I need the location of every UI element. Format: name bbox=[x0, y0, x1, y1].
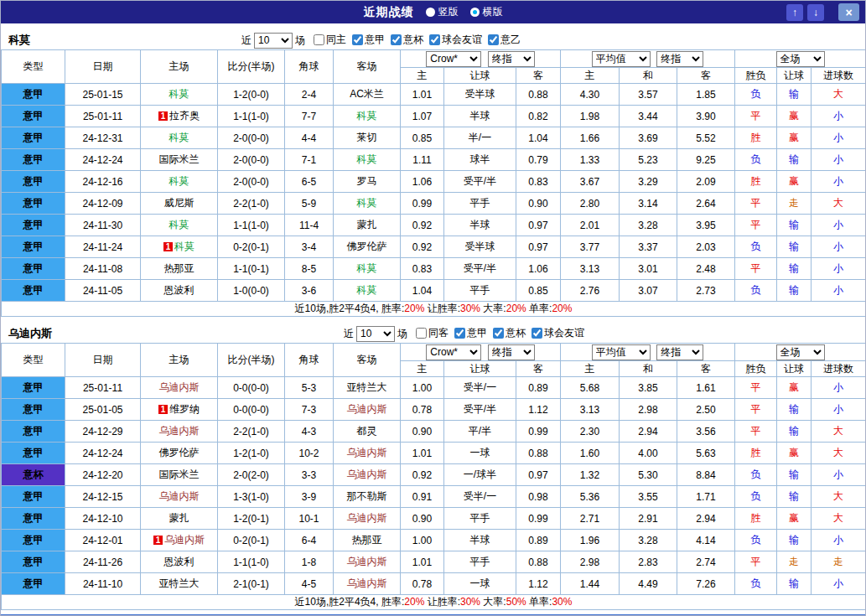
filter-checkbox[interactable] bbox=[454, 328, 465, 339]
col-score-header: 比分(半场) bbox=[218, 50, 285, 84]
filter-checkbox[interactable] bbox=[314, 34, 324, 45]
avg-select[interactable]: 平均值 bbox=[592, 344, 651, 360]
summary-segment: 大率: bbox=[480, 596, 506, 608]
up-arrow-icon: ↑ bbox=[792, 7, 797, 18]
date-cell: 24-12-15 bbox=[65, 486, 141, 508]
radio-horizontal-layout[interactable]: 横版 bbox=[470, 5, 503, 19]
filter-意杯[interactable]: 意杯 bbox=[391, 33, 423, 47]
avg-draw-cell: 5.30 bbox=[620, 464, 677, 486]
result-group-header: 全场 bbox=[735, 344, 866, 361]
filter-同客[interactable]: 同客 bbox=[416, 326, 449, 340]
scope-select[interactable]: 全场 bbox=[776, 344, 825, 360]
radio-vertical-layout[interactable]: 竖版 bbox=[426, 5, 459, 19]
odds-company-select[interactable]: Crow* bbox=[426, 344, 481, 360]
filter-同主[interactable]: 同主 bbox=[314, 33, 346, 47]
avg-draw-cell: 4.00 bbox=[620, 443, 677, 464]
result-handicap-cell: 输 bbox=[777, 573, 812, 595]
odds-away-header: 客 bbox=[516, 68, 561, 84]
odds-home-cell: 0.78 bbox=[401, 573, 444, 595]
summary-segment: 大率: bbox=[480, 303, 506, 314]
league-cell: 意甲 bbox=[2, 171, 65, 193]
result-goals-cell: 大 bbox=[812, 508, 866, 530]
odds-type-select[interactable]: 终指 bbox=[488, 51, 535, 67]
score-cell: 1-1(1-0) bbox=[218, 106, 285, 127]
close-button[interactable]: × bbox=[838, 3, 859, 21]
avg-type-select[interactable]: 终指 bbox=[656, 51, 703, 67]
result-wdl-cell: 平 bbox=[735, 258, 777, 280]
match-row: 意甲 24-12-31 1科莫 2-0(0-0) 4-4 1莱切 0.85 半/… bbox=[2, 127, 866, 149]
filter-意乙[interactable]: 意乙 bbox=[488, 33, 521, 47]
result-handicap-header: 让球 bbox=[777, 361, 812, 377]
col-score-header: 比分(半场) bbox=[218, 344, 285, 377]
avg-type-select[interactable]: 终指 bbox=[656, 344, 703, 360]
match-row: 意甲 25-01-05 1维罗纳 0-0(0-0) 7-3 1乌迪内斯 0.78… bbox=[2, 399, 866, 421]
avg-select[interactable]: 平均值 bbox=[592, 51, 651, 67]
date-cell: 25-01-11 bbox=[65, 106, 141, 127]
filter-意甲[interactable]: 意甲 bbox=[352, 33, 385, 47]
score-cell: 0-0(0-0) bbox=[218, 377, 285, 399]
away-team: 科莫 bbox=[357, 284, 377, 296]
scope-select[interactable]: 全场 bbox=[776, 51, 825, 67]
home-cell: 1科莫 bbox=[141, 236, 218, 258]
league-cell: 意甲 bbox=[2, 215, 65, 236]
radio-circle-selected-icon bbox=[470, 8, 480, 17]
avg-away-cell: 2.48 bbox=[677, 258, 735, 280]
filter-checkbox[interactable] bbox=[416, 328, 427, 339]
filter-checkbox[interactable] bbox=[429, 34, 440, 45]
odds-company-select[interactable]: Crow* bbox=[426, 51, 481, 67]
result-goals-cell: 小 bbox=[812, 215, 866, 236]
filter-checkbox[interactable] bbox=[352, 34, 363, 45]
avg-away-cell: 2.74 bbox=[677, 551, 735, 573]
avg-draw-cell: 3.44 bbox=[620, 106, 677, 127]
filter-checkbox[interactable] bbox=[493, 328, 504, 339]
avg-home-cell: 1.66 bbox=[561, 127, 620, 149]
odds-away-cell: 0.97 bbox=[516, 236, 561, 258]
match-count-select[interactable]: 10 bbox=[254, 33, 293, 49]
odds-home-cell: 0.92 bbox=[401, 215, 444, 236]
filter-label: 意甲 bbox=[467, 326, 487, 340]
odds-group-header: Crow* 终指 bbox=[401, 344, 561, 361]
filter-controls: 近 10 场 同主意甲意杯球会友谊意乙 bbox=[241, 33, 521, 49]
match-count-select[interactable]: 10 bbox=[356, 326, 395, 342]
col-away-header: 客场 bbox=[334, 344, 401, 377]
result-wdl-cell: 平 bbox=[735, 215, 777, 236]
result-wdl-cell: 胜 bbox=[735, 171, 777, 193]
away-cell: 1科莫 bbox=[334, 106, 401, 127]
sections-host: 科莫 近 10 场 同主意甲意杯球会友谊意乙 类型 日期 主场 比分(半场) bbox=[1, 31, 865, 610]
summary-segment: 单率: bbox=[526, 303, 552, 314]
scroll-down-button[interactable]: ↓ bbox=[807, 4, 824, 21]
filter-list: 同主意甲意杯球会友谊意乙 bbox=[308, 33, 521, 48]
result-handicap-cell: 输 bbox=[777, 280, 812, 302]
result-handicap-cell: 赢 bbox=[777, 443, 812, 464]
away-team: 蒙扎 bbox=[357, 219, 377, 230]
team-name: 科莫 bbox=[8, 33, 30, 48]
odds-home-cell: 1.00 bbox=[401, 530, 444, 551]
avg-draw-cell: 3.57 bbox=[620, 84, 677, 106]
away-cell: 1乌迪内斯 bbox=[334, 573, 401, 595]
date-cell: 24-12-29 bbox=[65, 421, 141, 443]
filter-意杯[interactable]: 意杯 bbox=[493, 326, 526, 340]
result-goals-cell: 小 bbox=[812, 236, 866, 258]
match-row: 意杯 24-12-20 1国际米兰 2-0(2-0) 3-3 1乌迪内斯 0.9… bbox=[2, 464, 866, 486]
odds-away-cell: 1.06 bbox=[516, 258, 561, 280]
away-team: 热那亚 bbox=[352, 534, 382, 546]
avg-draw-cell: 3.28 bbox=[620, 530, 677, 551]
home-team: 乌迪内斯 bbox=[159, 490, 200, 502]
odds-away-cell: 1.12 bbox=[516, 399, 561, 421]
avg-away-cell: 1.85 bbox=[677, 84, 735, 106]
corner-cell: 4-4 bbox=[285, 127, 334, 149]
odds-home-cell: 0.85 bbox=[401, 127, 444, 149]
filter-checkbox[interactable] bbox=[532, 328, 542, 339]
filter-checkbox[interactable] bbox=[488, 34, 499, 45]
filter-checkbox[interactable] bbox=[391, 34, 402, 45]
home-cell: 1维罗纳 bbox=[141, 399, 218, 421]
filter-意甲[interactable]: 意甲 bbox=[454, 326, 487, 340]
filter-球会友谊[interactable]: 球会友谊 bbox=[429, 33, 482, 47]
odds-type-select[interactable]: 终指 bbox=[488, 344, 535, 360]
result-goals-cell: 小 bbox=[812, 171, 866, 193]
scroll-up-button[interactable]: ↑ bbox=[786, 4, 803, 21]
avg-away-cell: 5.63 bbox=[677, 443, 735, 464]
result-handicap-cell: 输 bbox=[777, 258, 812, 280]
filter-球会友谊[interactable]: 球会友谊 bbox=[532, 326, 584, 340]
corner-cell: 3-9 bbox=[285, 486, 334, 508]
